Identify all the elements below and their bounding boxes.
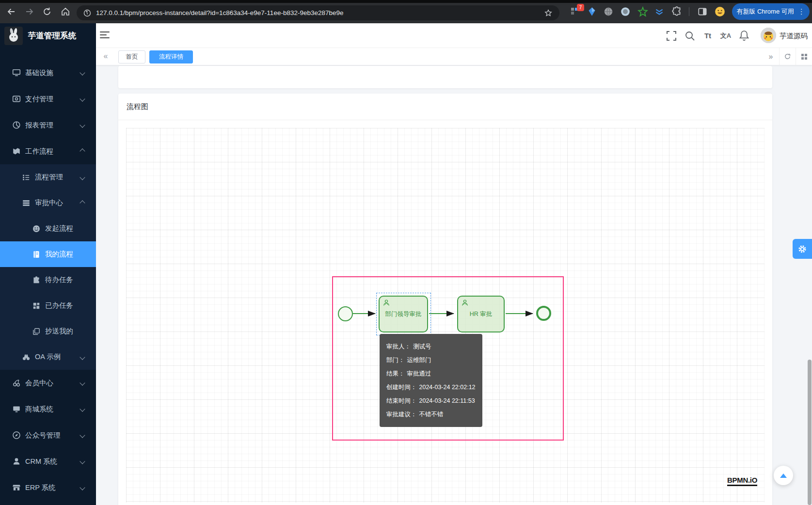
extension-star-icon[interactable] [637,6,648,17]
bell-icon[interactable] [738,30,750,42]
avatar-pikachu-icon [761,28,776,43]
browser-back-icon[interactable] [6,6,16,17]
app-logo[interactable]: 芋道管理系统 [0,23,96,48]
tab-home[interactable]: 首页 [118,50,145,63]
sidebar-item-reports[interactable]: 报表管理 [0,112,96,138]
chevron-down-icon [80,174,85,180]
tooltip-row: 结果：审批通过 [386,367,476,380]
chevron-down-icon [80,485,85,490]
browser-menu-icon[interactable]: ⋮ [798,9,805,14]
browser-toolbar: 127.0.0.1/bpm/process-instance/detail?id… [0,0,812,23]
extension-tag-manager-icon[interactable]: 7 [570,6,581,17]
tooltip-row: 部门：运维部门 [386,353,476,367]
chevron-down-icon [80,406,85,411]
user-task-icon [461,299,469,307]
extension-globe-icon[interactable] [603,6,614,17]
tabs-layout-icon[interactable] [796,48,812,65]
bookmark-star-icon[interactable] [544,9,553,17]
extension-orb-icon[interactable] [620,6,631,17]
workflow-icon [12,147,21,156]
site-info-icon[interactable] [83,9,91,17]
bpmn-task-hr[interactable]: HR 审批 [457,296,505,332]
browser-reload-icon[interactable] [42,6,52,17]
address-bar[interactable]: 127.0.0.1/bpm/process-instance/detail?id… [77,5,559,20]
payment-icon [12,95,21,103]
bpmn-end-event[interactable] [536,306,551,321]
sidebar-collapse-icon[interactable] [100,32,110,39]
fullscreen-icon[interactable] [665,30,678,42]
sidebar-item-start-process[interactable]: 发起流程 [0,216,96,241]
puzzle-icon [32,276,41,284]
store-icon [12,483,21,492]
tabs-scroll-left-icon[interactable]: « [101,52,111,61]
page-scrollbar-thumb[interactable] [808,360,812,505]
user-icon [12,457,21,466]
chevron-up-icon [80,148,85,154]
compass-icon [12,431,21,440]
extension-kite-icon[interactable] [587,6,597,17]
bpmn-canvas[interactable]: 部门领导审批 HR 审批 审批人：测试号 部门：运维部门 结果：审批通过 创建时… [126,128,764,503]
card-header: 流程图 [118,94,772,120]
gear-icon [797,244,807,254]
sidebar-item-erp-system[interactable]: ERP 系统 [0,474,96,501]
sidebar-item-mall-system[interactable]: 商城系统 [0,396,96,422]
sidebar-item-infrastructure[interactable]: 基础设施 [0,60,96,86]
cherry-icon [12,379,21,387]
chevron-down-icon [80,458,85,464]
sidebar-item-oa-example[interactable]: OA 示例 [0,344,96,370]
profile-avatar-icon[interactable] [715,6,725,17]
browser-home-icon[interactable] [60,6,71,17]
notebook-icon [32,250,41,259]
binoculars-icon [22,353,31,362]
browser-forward-icon[interactable] [24,6,35,17]
process-diagram-card: 流程图 部门领导审批 HR 审 [118,94,772,505]
font-size-icon[interactable]: Tt [701,30,714,42]
chevron-down-icon [80,96,85,101]
translate-icon[interactable]: 文A [719,30,732,42]
bpmn-start-event[interactable] [338,306,353,321]
tooltip-row: 审批人：测试号 [386,340,476,353]
sidebar-item-crm-system[interactable]: CRM 系统 [0,448,96,474]
arrow-up-icon [780,473,787,478]
chrome-update-button[interactable]: 有新版 Chrome 可用 ⋮ [732,3,810,20]
extensions-puzzle-icon[interactable] [671,6,682,17]
tooltip-row: 审批建议：不错不错 [386,408,476,421]
tabs-scroll-right-icon[interactable]: » [763,48,779,65]
approval-tooltip: 审批人：测试号 部门：运维部门 结果：审批通过 创建时间：2024-03-24 … [380,334,482,427]
screen: 127.0.0.1/bpm/process-instance/detail?id… [0,0,812,505]
tooltip-row: 创建时间：2024-03-24 22:02:12 [386,380,476,394]
back-to-top-button[interactable] [774,466,793,485]
upper-card-partial [118,66,772,88]
extension-chevrons-icon[interactable] [654,6,665,17]
chevron-down-icon [80,70,85,75]
tabs-refresh-icon[interactable] [779,48,796,65]
tooltip-row: 结束时间：2024-03-24 22:11:53 [386,394,476,408]
search-icon[interactable] [684,30,696,42]
sidebar-item-done-tasks[interactable]: 已办任务 [0,293,96,318]
sidebar-item-official-account[interactable]: 公众号管理 [0,422,96,448]
url-text[interactable]: 127.0.0.1/bpm/process-instance/detail?id… [96,9,544,16]
sidebar-item-approval-center[interactable]: 审批中心 [0,190,96,216]
smile-icon [32,224,41,233]
mall-monitor-icon [12,405,21,413]
element-selection-outline [376,293,431,335]
tab-process-detail[interactable]: 流程详情 [149,50,193,63]
toolbar-divider [689,7,689,16]
sidebar-item-my-processes[interactable]: 我的流程 [0,241,96,267]
user-avatar[interactable] [761,28,776,43]
logo-rabbit-icon [4,27,23,45]
sidebar-item-workflow[interactable]: 工作流程 [0,138,96,164]
side-panel-icon[interactable] [697,6,708,17]
sidebar-item-payments[interactable]: 支付管理 [0,86,96,112]
monitor-icon [12,68,21,77]
sidebar-item-process-management[interactable]: 流程管理 [0,164,96,190]
sidebar-item-member-center[interactable]: 会员中心 [0,370,96,396]
settings-drawer-button[interactable] [793,239,812,259]
pie-chart-icon [12,121,21,129]
username[interactable]: 芋道源码 [780,32,808,41]
rows-icon [22,199,31,207]
chevron-down-icon [80,354,85,360]
sidebar-item-todo-tasks[interactable]: 待办任务 [0,267,96,293]
sidebar-item-cc-to-me[interactable]: 抄送我的 [0,318,96,344]
chevron-down-icon [80,122,85,127]
